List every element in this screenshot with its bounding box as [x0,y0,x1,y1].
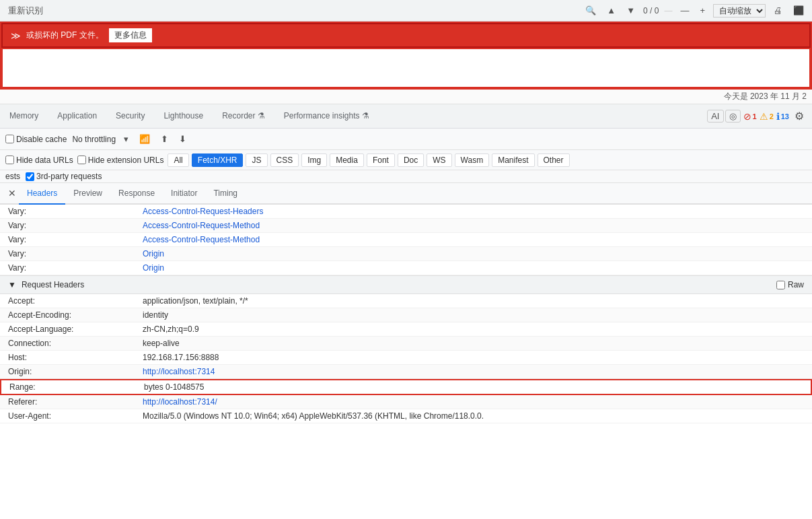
table-row: Vary: Origin [0,247,812,261]
header-key: Range: [9,382,144,392]
table-row: Vary: Origin [0,261,812,275]
header-val: http://localhost:7314/ [143,397,804,407]
wifi-icon: 📶 [139,134,150,144]
warn-badge: ⚠ 2 [760,111,774,122]
table-row: Accept-Language: zh-CN,zh;q=0.9 [0,322,812,337]
header-val: keep-alive [143,339,804,348]
filter-css-btn[interactable]: CSS [270,153,299,167]
header-val: Access-Control-Request-Headers [143,207,804,216]
filter-img-btn[interactable]: Img [301,153,327,167]
console-search-btn[interactable]: ◎ [725,110,741,123]
header-val: http://localhost:7314 [143,367,804,376]
warn-triangle-icon: ⚠ [760,111,768,122]
print-btn[interactable]: 🖨 [771,4,785,17]
table-row: User-Agent: Mozilla/5.0 (Windows NT 10.0… [0,409,812,423]
throttling-dropdown-btn[interactable]: ▾ [121,133,131,145]
tab-headers[interactable]: Headers [19,183,65,205]
hide-data-urls-checkbox[interactable]: Hide data URLs [5,155,73,165]
filter-ws-btn[interactable]: WS [427,153,451,167]
filter-other-btn[interactable]: Other [538,153,570,167]
info-circle-icon: ℹ [776,111,780,122]
header-val: zh-CN,zh;q=0.9 [143,324,804,334]
minimize-btn[interactable]: — [677,4,692,17]
filter-all-btn[interactable]: All [168,153,188,167]
panel-tabs: ✕ Headers Preview Response Initiator Tim… [0,183,812,205]
raw-label: Raw [788,280,804,289]
tab-performance-insights[interactable]: Performance insights ⚗ [274,106,379,127]
raw-checkbox[interactable] [776,281,785,289]
filter-font-btn[interactable]: Font [367,153,395,167]
search-icon-btn[interactable]: 🔍 [583,4,599,17]
request-headers-label: Request Headers [22,280,84,289]
hide-extension-urls-checkbox[interactable]: Hide extension URLs [77,155,164,165]
pdf-banner-text: 或损坏的 PDF 文件。 [26,30,104,41]
requests-row: ests 3rd-party requests [0,170,812,183]
download-icon-btn[interactable]: ⬇ [176,133,189,145]
header-key: Vary: [8,235,143,244]
request-headers-section: ▼ Request Headers Raw [0,275,812,294]
settings-gear-btn[interactable]: ⚙ [792,108,807,124]
tab-lighthouse[interactable]: Lighthouse [154,106,213,127]
table-row: Host: 192.168.17.156:8888 [0,351,812,365]
ai-icon-btn[interactable]: AI [707,110,723,123]
upload-icon: ⬆ [161,134,168,144]
expand-btn[interactable]: + [697,4,708,17]
hide-extension-urls-input[interactable] [77,155,86,164]
tab-security[interactable]: Security [106,106,154,127]
header-val: application/json, text/plain, */* [143,296,804,306]
nav-up-btn[interactable]: ▲ [604,4,618,17]
disable-cache-checkbox[interactable]: Disable cache [5,135,67,144]
reload-button[interactable]: 重新识别 [5,3,46,18]
more-info-button[interactable]: 更多信息 [109,28,152,42]
tab-initiator[interactable]: Initiator [163,183,205,205]
disable-cache-label: Disable cache [16,135,67,144]
header-key: Referer: [8,397,143,407]
header-val: Mozilla/5.0 (Windows NT 10.0; Win64; x64… [143,411,804,421]
tab-application[interactable]: Application [48,106,106,127]
date-bar: 今天是 2023 年 11 月 2 [0,90,812,104]
header-val: Access-Control-Request-Method [143,235,804,244]
filter-fetch-xhr-btn[interactable]: Fetch/XHR [192,153,244,167]
match-count: 0 / 0 [643,6,659,15]
download-icon: ⬇ [179,134,186,144]
upload-icon-btn[interactable]: ⬆ [158,133,171,145]
header-val: identity [143,310,804,320]
third-party-checkbox[interactable]: 3rd-party requests [26,172,102,181]
raw-checkbox-label[interactable]: Raw [776,280,804,289]
auto-resize-select[interactable]: 自动缩放 [713,4,766,18]
panel-close-btn[interactable]: ✕ [5,185,19,201]
tab-response[interactable]: Response [110,183,163,205]
tab-preview[interactable]: Preview [65,183,110,205]
tab-memory[interactable]: Memory [0,106,48,127]
date-text: 今天是 2023 年 11 月 2 [724,92,807,101]
hide-extension-urls-label: Hide extension URLs [88,155,164,165]
header-key: Host: [8,353,143,362]
header-val: bytes 0-1048575 [144,382,803,392]
hide-data-urls-input[interactable] [5,155,14,164]
header-val: Origin [143,263,804,273]
tab-recorder[interactable]: Recorder ⚗ [213,106,274,127]
header-key: Vary: [8,221,143,230]
warn-count: 2 [770,112,774,120]
filter-js-btn[interactable]: JS [246,153,267,167]
header-key: Accept-Encoding: [8,310,143,320]
disable-cache-input[interactable] [5,135,14,143]
nav-down-btn[interactable]: ▼ [624,4,638,17]
table-row: Referer: http://localhost:7314/ [0,395,812,409]
tab-timing[interactable]: Timing [205,183,246,205]
filter-doc-btn[interactable]: Doc [398,153,424,167]
table-row: Origin: http://localhost:7314 [0,365,812,379]
third-party-input[interactable] [26,172,34,181]
filter-manifest-btn[interactable]: Manifest [492,153,534,167]
filter-media-btn[interactable]: Media [330,153,364,167]
wifi-icon-btn[interactable]: 📶 [137,133,153,145]
filter-wasm-btn[interactable]: Wasm [455,153,490,167]
header-key: Connection: [8,339,143,348]
ai-search-group: AI ◎ [707,110,740,123]
pdf-banner: ≫ 或损坏的 PDF 文件。 更多信息 [1,23,811,48]
requests-prefix: ests [5,172,20,181]
save-btn[interactable]: ⬛ [790,4,807,17]
nav-tabs: Memory Application Security Lighthouse R… [0,104,812,129]
header-val: 192.168.17.156:8888 [143,353,804,362]
top-bar: 重新识别 🔍 ▲ ▼ 0 / 0 — — + 自动缩放 🖨 ⬛ [0,0,812,22]
